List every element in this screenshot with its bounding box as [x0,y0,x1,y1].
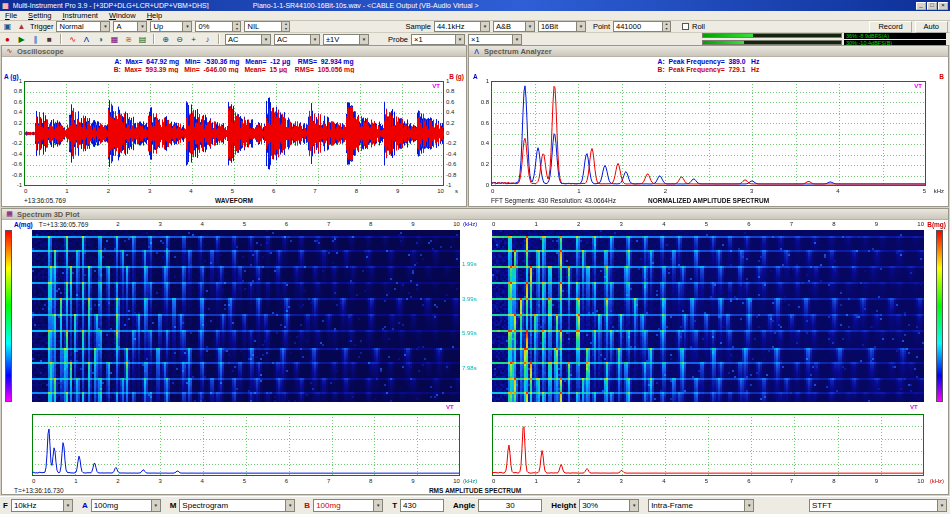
spectrum-analyzer-launch-icon[interactable]: Λ [81,34,92,45]
spectrum-analyzer-title-bar[interactable]: Λ Spectrum Analyzer [469,46,948,57]
spectrum-3d-plot-launch-icon[interactable]: ▦ [109,34,120,45]
menu-window[interactable]: Window [109,11,136,20]
angle-input[interactable] [478,499,542,512]
tick-label: 7 [790,478,793,484]
trigger-source-select[interactable]: A ▼ [113,21,147,32]
chevron-down-icon[interactable]: ▼ [151,500,160,511]
minimize-button[interactable]: _ [916,2,926,10]
tick-label: 9 [875,478,878,484]
data-logger-launch-icon[interactable]: ▤ [137,34,148,45]
sound-output-icon[interactable]: ♪ [202,34,213,45]
play-icon[interactable]: ▶ [16,34,27,45]
chevron-down-icon[interactable]: ▼ [576,22,585,31]
chevron-down-icon[interactable]: ▼ [63,500,72,511]
toolbar-separator [153,34,155,44]
cursor-reader-icon[interactable]: + [188,34,199,45]
chevron-down-icon[interactable]: ▼ [310,35,319,44]
rms-spectrum-a-canvas[interactable] [32,414,460,476]
zoom-out-icon[interactable]: ⊖ [174,34,185,45]
tick-label: 9 [411,478,414,484]
chevron-down-icon[interactable]: ▼ [261,35,270,44]
zoom-in-icon[interactable]: ⊕ [160,34,171,45]
spectrogram-b-canvas[interactable] [492,230,924,402]
spectrogram-a-canvas[interactable] [32,230,460,402]
chevron-down-icon[interactable]: ▼ [937,500,946,511]
record-button[interactable]: Record [869,21,911,33]
tick-label: -1 [17,182,22,188]
chevron-down-icon[interactable]: ▼ [373,500,382,511]
tick-label: 8 [355,188,358,194]
close-button[interactable]: × [938,2,948,10]
probe-a-select[interactable]: ×1 ▼ [411,34,465,45]
signal-generator-launch-icon[interactable]: ≋ [123,34,134,45]
menu-setting[interactable]: Setting [28,11,51,20]
chevron-down-icon[interactable]: ▼ [359,35,368,44]
waveform-canvas[interactable] [24,81,444,186]
pause-icon[interactable]: ∥ [30,34,41,45]
amplitude-a-select[interactable]: 100mg ▼ [91,499,161,512]
rms-spectrum-b-canvas[interactable] [492,414,924,476]
menu-instrument[interactable]: Instrument [62,11,97,20]
stop-icon[interactable]: ■ [44,34,55,45]
freq-range-select[interactable]: 10kHz ▼ [11,499,73,512]
menu-help[interactable]: Help [147,11,162,20]
chevron-down-icon[interactable]: ▼ [480,22,489,31]
spectrum-canvas[interactable] [491,81,926,186]
chevron-down-icon[interactable]: ▼ [455,35,464,44]
record-icon[interactable]: ● [2,34,13,45]
colorbar-left [5,230,12,402]
trigger-level-spinner[interactable]: 0% ▲ ▼ [195,21,241,32]
spinner-arrows[interactable]: ▲ ▼ [232,22,240,31]
chevron-down-icon[interactable]: ▼ [182,22,191,31]
roll-checkbox[interactable] [682,23,689,30]
chevron-down-icon[interactable]: ▼ [629,500,638,511]
oscilloscope-icon: ∿ [5,47,14,56]
record-length-spinner[interactable]: 441000 ▲ ▼ [613,21,671,32]
coupling-b-select[interactable]: AC ▼ [274,34,320,45]
title-bar[interactable]: ▦ Multi-Instrument Pro 3.9 - [+3DP+DLG+L… [0,0,950,11]
spin-down-icon[interactable]: ▼ [282,27,289,32]
spectrum-3d-plot-icon: ▦ [5,210,14,219]
chevron-down-icon[interactable]: ▼ [137,22,146,31]
probe-a-value: ×1 [414,35,455,44]
transform-method-select[interactable]: STFT ▼ [809,499,947,512]
roll-label: Roll [692,22,705,31]
amplitude-b-select[interactable]: 100mg ▼ [313,499,383,512]
voltage-range-select[interactable]: ±1V ▼ [323,34,369,45]
spinner-arrows[interactable]: ▲ ▼ [662,22,670,31]
trigger-icon[interactable]: ▲ [16,21,27,32]
tick-label: 0.6 [14,99,22,105]
chevron-down-icon[interactable]: ▼ [285,500,294,511]
auto-button[interactable]: Auto [915,21,948,33]
multimeter-launch-icon[interactable]: ◑ [95,34,106,45]
spinner-arrows[interactable]: ▲ ▼ [281,22,289,31]
spin-down-icon[interactable]: ▼ [233,27,240,32]
height-select[interactable]: 30% ▼ [579,499,639,512]
sampling-rate-select[interactable]: 44.1kHz ▼ [434,21,490,32]
oscilloscope-title-bar[interactable]: ∿ Oscilloscope [2,46,466,57]
plot-mode-select[interactable]: Spectrogram ▼ [179,499,295,512]
chevron-down-icon[interactable]: ▼ [525,22,534,31]
oscilloscope-launch-icon[interactable]: ∿ [67,34,78,45]
coupling-a-select[interactable]: AC ▼ [225,34,271,45]
audio-device-icon[interactable]: ▣ [2,21,13,32]
sampling-channels-select[interactable]: A&B ▼ [493,21,535,32]
bit-depth-select[interactable]: 16Bit ▼ [538,21,586,32]
tick-label: 0.2 [481,161,489,167]
chevron-down-icon[interactable]: ▼ [100,22,109,31]
tick-label: 1 [74,478,77,484]
chevron-down-icon[interactable]: ▼ [512,35,521,44]
menu-file[interactable]: File [5,11,17,20]
spin-down-icon[interactable]: ▼ [663,27,670,32]
t-segments-input[interactable] [400,499,444,512]
trigger-edge-select[interactable]: Up ▼ [150,21,192,32]
frame-mode-select[interactable]: Intra-Frame ▼ [648,499,754,512]
maximize-button[interactable]: □ [927,2,937,10]
spectrum-3d-plot-title-bar[interactable]: ▦ Spectrum 3D Plot [2,209,948,220]
tick-label: 7 [327,221,330,227]
chevron-down-icon[interactable]: ▼ [744,500,753,511]
tick-label: 8 [832,478,835,484]
trigger-mode-select[interactable]: Normal ▼ [56,21,110,32]
trigger-delay-spinner[interactable]: NIL ▲ ▼ [244,21,290,32]
probe-b-select[interactable]: ×1 ▼ [468,34,522,45]
